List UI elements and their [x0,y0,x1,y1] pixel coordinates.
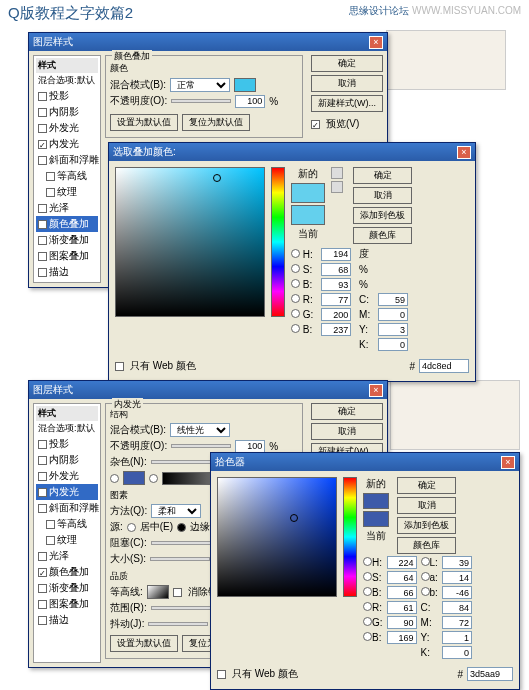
preview-checkbox[interactable] [311,120,320,129]
bg-panel [386,30,506,90]
hue-slider[interactable] [271,167,285,317]
close-icon[interactable]: × [369,384,383,397]
style-list[interactable]: 样式 混合选项:默认 投影 内阴影 外发光 内发光 斜面和浮雕 等高线 纹理 光… [33,403,101,663]
style-item[interactable]: 斜面和浮雕 [36,152,98,168]
hex-input[interactable] [419,359,469,373]
style-item-selected[interactable]: 内发光 [36,484,98,500]
ok-button[interactable]: 确定 [397,477,456,494]
blend-mode-select[interactable]: 线性光 [170,423,230,437]
style-item[interactable]: 外发光 [36,120,98,136]
add-swatch-button[interactable]: 添加到色板 [397,517,456,534]
hue-slider[interactable] [343,477,357,597]
color-lib-button[interactable]: 颜色库 [353,227,412,244]
ok-button[interactable]: 确定 [311,55,383,72]
style-item[interactable]: 投影 [36,88,98,104]
style-item[interactable]: 图案叠加 [36,248,98,264]
color-picker-1: 选取叠加颜色:× 新的 当前 确定 取消 添加到色板 [108,142,476,382]
picker-title: 拾色器 [215,455,245,469]
dialog-title: 图层样式 [33,383,73,397]
color-lib-button[interactable]: 颜色库 [397,537,456,554]
cancel-button[interactable]: 取消 [397,497,456,514]
style-list[interactable]: 样式 混合选项:默认 投影 内阴影 外发光 内发光 斜面和浮雕 等高线 纹理 光… [33,55,101,283]
color-values: H:度 S:% B:% R:C: G:M: B:Y: K: [291,247,412,351]
style-item[interactable]: 描边 [36,264,98,280]
warning-icon[interactable] [331,167,343,179]
style-item[interactable]: 光泽 [36,200,98,216]
hex-input[interactable] [467,667,513,681]
style-item-selected[interactable]: 颜色叠加 [36,216,98,232]
color-field[interactable] [115,167,265,317]
close-icon[interactable]: × [369,36,383,49]
glow-color-swatch[interactable] [123,471,145,485]
current-color-swatch [291,205,325,225]
web-only-checkbox[interactable] [115,362,124,371]
websafe-icon[interactable] [331,181,343,193]
style-item[interactable]: 等高线 [36,168,98,184]
color-cursor[interactable] [213,174,221,182]
cancel-button[interactable]: 取消 [311,423,383,440]
color-values: H:L: S:a: B:b: R:C: G:M: B:Y: K: [363,556,472,659]
opacity-input[interactable] [235,95,265,108]
set-default-button[interactable]: 设置为默认值 [110,635,178,652]
blend-mode-select[interactable]: 正常 [170,78,230,92]
new-color-swatch [291,183,325,203]
close-icon[interactable]: × [501,456,515,469]
contour-swatch[interactable] [147,585,169,599]
web-only-checkbox[interactable] [217,670,226,679]
cancel-button[interactable]: 取消 [353,187,412,204]
style-item[interactable]: 内发光 [36,136,98,152]
color-field[interactable] [217,477,337,597]
new-style-button[interactable]: 新建样式(W)... [311,95,383,112]
ok-button[interactable]: 确定 [311,403,383,420]
set-default-button[interactable]: 设置为默认值 [110,114,178,131]
ok-button[interactable]: 确定 [353,167,412,184]
add-swatch-button[interactable]: 添加到色板 [353,207,412,224]
style-item[interactable]: 纹理 [36,184,98,200]
color-cursor[interactable] [290,514,298,522]
style-item[interactable]: 内阴影 [36,104,98,120]
dialog-title: 图层样式 [33,35,73,49]
close-icon[interactable]: × [457,146,471,159]
opacity-slider[interactable] [171,99,231,103]
color-picker-2: 拾色器× 新的 当前 确定 取消 添加到色板 颜色库 H:L: [210,452,520,690]
bg-panel [390,380,520,450]
color-swatch[interactable] [234,78,256,92]
cancel-button[interactable]: 取消 [311,75,383,92]
page-title: Q版教程之字效篇2 [8,4,133,23]
watermark: 思缘设计论坛 WWW.MISSYUAN.COM [349,4,521,23]
reset-default-button[interactable]: 复位为默认值 [182,114,250,131]
picker-title: 选取叠加颜色: [113,145,176,159]
style-item[interactable]: 渐变叠加 [36,232,98,248]
